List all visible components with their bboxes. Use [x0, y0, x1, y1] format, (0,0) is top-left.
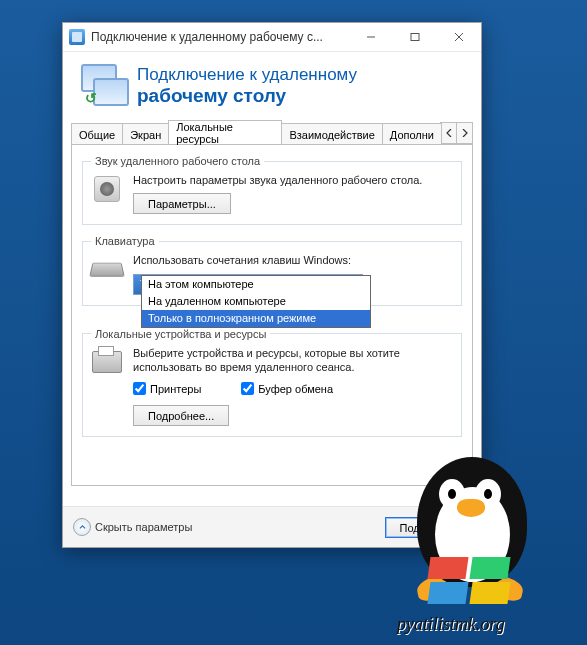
- local-devices-group: Локальные устройства и ресурсы Выберите …: [82, 328, 462, 438]
- tab-general[interactable]: Общие: [71, 123, 123, 145]
- tab-strip: Общие Экран Локальные ресурсы Взаимодейс…: [63, 120, 481, 144]
- clipboard-input[interactable]: [241, 382, 254, 395]
- printer-icon: [91, 346, 123, 378]
- keyboard-option-0[interactable]: На этом компьютере: [142, 276, 370, 293]
- more-devices-button[interactable]: Подробнее...: [133, 405, 229, 426]
- maximize-button[interactable]: [393, 23, 437, 51]
- tab-advanced[interactable]: Дополни: [382, 123, 442, 145]
- window-title: Подключение к удаленному рабочему с...: [91, 30, 349, 44]
- banner-line1: Подключение к удаленному: [137, 65, 357, 85]
- svg-rect-1: [411, 34, 419, 41]
- windows-logo-icon: [429, 557, 515, 607]
- tabs-scroll-left[interactable]: [440, 122, 457, 144]
- audio-group: Звук удаленного рабочего стола Настроить…: [82, 155, 462, 225]
- printers-checkbox[interactable]: Принтеры: [133, 382, 201, 395]
- local-desc: Выберите устройства и ресурсы, которые в…: [133, 346, 453, 375]
- watermark: pyatilistmk.org: [377, 457, 567, 637]
- tab-experience[interactable]: Взаимодействие: [281, 123, 382, 145]
- keyboard-group: Клавиатура Использовать сочетания клавиш…: [82, 235, 462, 305]
- keyboard-option-2[interactable]: Только в полноэкранном режиме: [142, 310, 370, 327]
- clipboard-checkbox[interactable]: Буфер обмена: [241, 382, 333, 395]
- printers-label: Принтеры: [150, 383, 201, 395]
- tab-panel: Звук удаленного рабочего стола Настроить…: [71, 144, 473, 486]
- watermark-text: pyatilistmk.org: [397, 614, 505, 635]
- audio-desc: Настроить параметры звука удаленного раб…: [133, 173, 453, 187]
- clipboard-label: Буфер обмена: [258, 383, 333, 395]
- chevron-up-icon: [73, 518, 91, 536]
- close-button[interactable]: [437, 23, 481, 51]
- speaker-icon: [91, 173, 123, 205]
- banner-line2: рабочему столу: [137, 85, 357, 107]
- titlebar[interactable]: Подключение к удаленному рабочему с...: [63, 23, 481, 52]
- audio-settings-button[interactable]: Параметры...: [133, 193, 231, 214]
- tabs-scroll-right[interactable]: [456, 122, 473, 144]
- tab-display[interactable]: Экран: [122, 123, 169, 145]
- keyboard-dropdown[interactable]: На этом компьютере На удаленном компьюте…: [141, 275, 371, 328]
- banner: ↺ Подключение к удаленному рабочему стол…: [63, 52, 481, 120]
- minimize-button[interactable]: [349, 23, 393, 51]
- local-legend: Локальные устройства и ресурсы: [91, 328, 270, 340]
- audio-legend: Звук удаленного рабочего стола: [91, 155, 264, 167]
- rdp-icon: ↺: [81, 64, 125, 108]
- keyboard-icon: [91, 253, 123, 285]
- hide-options-label: Скрыть параметры: [95, 521, 192, 533]
- keyboard-option-1[interactable]: На удаленном компьютере: [142, 293, 370, 310]
- printers-input[interactable]: [133, 382, 146, 395]
- app-icon: [69, 29, 85, 45]
- keyboard-legend: Клавиатура: [91, 235, 159, 247]
- hide-options-toggle[interactable]: Скрыть параметры: [73, 518, 192, 536]
- tab-local-resources[interactable]: Локальные ресурсы: [168, 120, 282, 144]
- keyboard-desc: Использовать сочетания клавиш Windows:: [133, 253, 453, 267]
